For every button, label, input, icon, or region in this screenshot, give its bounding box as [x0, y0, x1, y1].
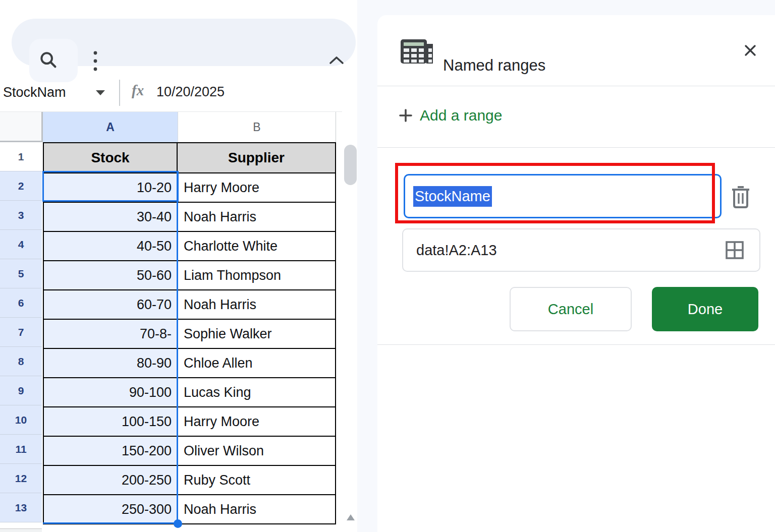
stock-cell[interactable]: 10-20 — [44, 173, 178, 202]
named-ranges-panel: Named ranges Add a range StockName data!… — [377, 15, 775, 532]
divider — [377, 147, 775, 148]
collapse-toolbar-chevron-up-icon[interactable] — [327, 54, 346, 67]
row-header[interactable]: 6 — [0, 288, 42, 318]
next-row-header-stub — [0, 528, 42, 532]
table-row: 250-300 Noah Harris — [44, 494, 335, 523]
supplier-cell[interactable]: Ruby Scott — [178, 466, 335, 494]
table-row: 200-250 Ruby Scott — [44, 465, 335, 494]
row-header[interactable]: 1 — [0, 142, 42, 171]
row-header[interactable]: 4 — [0, 230, 42, 259]
range-name-input[interactable]: StockName — [404, 174, 722, 218]
add-a-range-label: Add a range — [420, 107, 502, 124]
divider — [377, 344, 775, 345]
row-header[interactable]: 7 — [0, 318, 42, 347]
panel-title: Named ranges — [443, 56, 545, 75]
column-header-b[interactable]: B — [178, 112, 336, 142]
table-row: 30-40 Noah Harris — [44, 202, 335, 231]
range-selection-handle[interactable] — [174, 519, 182, 528]
table-row: 80-90 Chloe Allen — [44, 348, 335, 377]
stock-cell[interactable]: 80-90 — [44, 349, 178, 377]
supplier-cell[interactable]: Charlotte White — [178, 232, 335, 260]
range-reference-field[interactable]: data!A2:A13 — [402, 228, 760, 272]
stock-cell[interactable]: 90-100 — [44, 378, 178, 406]
range-highlight-bottom-border — [43, 522, 178, 524]
divider — [377, 86, 775, 86]
row-header[interactable]: 8 — [0, 347, 42, 376]
table-header-row: Stock Supplier — [44, 143, 335, 172]
stock-cell[interactable]: 250-300 — [44, 495, 178, 523]
name-box[interactable]: StockNam — [3, 85, 66, 100]
close-icon[interactable] — [743, 43, 758, 58]
stock-cell[interactable]: 30-40 — [44, 203, 178, 231]
selected-text: StockName — [413, 186, 492, 207]
supplier-cell[interactable]: Lucas King — [178, 378, 335, 406]
supplier-cell[interactable]: Noah Harris — [178, 290, 335, 319]
supplier-cell[interactable]: Noah Harris — [178, 495, 335, 523]
stock-cell[interactable]: 200-250 — [44, 466, 178, 494]
name-box-dropdown-icon[interactable] — [96, 90, 105, 95]
named-ranges-table-icon — [400, 39, 433, 64]
scroll-up-arrow-icon[interactable] — [347, 514, 355, 520]
add-a-range-button[interactable]: Add a range — [399, 107, 502, 124]
fx-icon: fx — [132, 82, 144, 99]
header-cell-supplier[interactable]: Supplier — [178, 143, 335, 172]
grid-icon — [725, 241, 744, 260]
supplier-cell[interactable]: Oliver Wilson — [178, 437, 335, 465]
stock-cell[interactable]: 60-70 — [44, 290, 178, 319]
trash-icon — [731, 185, 751, 208]
plus-icon — [399, 108, 413, 123]
stock-cell[interactable]: 70-8- — [44, 320, 178, 348]
select-all-corner[interactable] — [0, 112, 43, 142]
select-data-range-button[interactable] — [725, 240, 745, 260]
supplier-cell[interactable]: Harry Moore — [178, 173, 335, 202]
row-header[interactable]: 11 — [0, 435, 42, 464]
row-header[interactable]: 3 — [0, 201, 42, 230]
row-header[interactable]: 12 — [0, 464, 42, 493]
formula-bar-divider — [119, 80, 120, 106]
formula-bar-input[interactable]: 10/20/2025 — [156, 84, 225, 100]
table-row: 100-150 Harry Moore — [44, 406, 335, 436]
table-row: 50-60 Liam Thompson — [44, 260, 335, 289]
table-row: 70-8- Sophie Walker — [44, 319, 335, 348]
stock-cell[interactable]: 40-50 — [44, 232, 178, 260]
header-cell-stock[interactable]: Stock — [44, 143, 178, 172]
supplier-cell[interactable]: Sophie Walker — [178, 320, 335, 348]
more-options-icon[interactable] — [90, 49, 100, 73]
supplier-cell[interactable]: Noah Harris — [178, 203, 335, 231]
row-header[interactable]: 13 — [0, 493, 42, 522]
table-row: 40-50 Charlotte White — [44, 231, 335, 260]
row-headers: 1 2345678910111213 — [0, 142, 42, 522]
row-header[interactable]: 2 — [0, 171, 42, 201]
range-highlight-right-border — [177, 171, 178, 523]
supplier-cell[interactable]: Liam Thompson — [178, 261, 335, 289]
toolbar-pill — [12, 19, 356, 66]
vertical-scrollbar-thumb[interactable] — [344, 145, 357, 185]
table-row: 60-70 Noah Harris — [44, 289, 335, 319]
search-icon[interactable] — [38, 50, 59, 70]
table-row: 10-20 Harry Moore — [44, 172, 335, 202]
sheet-table: Stock Supplier 10-20 Harry Moore 30-40 N… — [43, 142, 336, 524]
row-header[interactable]: 9 — [0, 376, 42, 405]
row-header[interactable]: 5 — [0, 259, 42, 288]
done-button[interactable]: Done — [652, 287, 758, 331]
stock-cell[interactable]: 50-60 — [44, 261, 178, 289]
stock-cell[interactable]: 100-150 — [44, 407, 178, 436]
table-row: 90-100 Lucas King — [44, 377, 335, 406]
supplier-cell[interactable]: Harry Moore — [178, 407, 335, 436]
cancel-button[interactable]: Cancel — [510, 287, 632, 331]
table-row: 150-200 Oliver Wilson — [44, 436, 335, 465]
stock-cell[interactable]: 150-200 — [44, 437, 178, 465]
supplier-cell[interactable]: Chloe Allen — [178, 349, 335, 377]
column-header-a[interactable]: A — [43, 112, 178, 142]
row-header[interactable]: 10 — [0, 405, 42, 435]
range-reference-value: data!A2:A13 — [416, 242, 497, 259]
delete-range-button[interactable] — [730, 184, 752, 209]
